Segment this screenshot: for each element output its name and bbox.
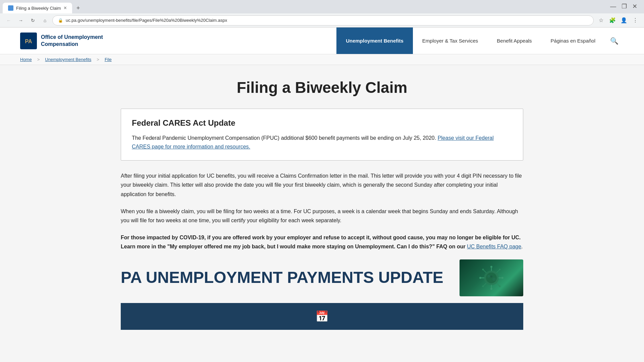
site-wrapper: PA Office of Unemployment Compensation U… bbox=[0, 27, 644, 362]
bottom-dark-banner: 📅 bbox=[121, 303, 523, 330]
svg-point-11 bbox=[501, 277, 503, 279]
payments-update-banner: PA UNEMPLOYMENT PAYMENTS UPDATE bbox=[121, 259, 523, 296]
svg-point-20 bbox=[487, 275, 490, 278]
svg-point-19 bbox=[499, 285, 501, 287]
nav-employer-tax[interactable]: Employer & Tax Services bbox=[413, 27, 487, 54]
main-navigation: Unemployment Benefits Employer & Tax Ser… bbox=[121, 27, 624, 54]
tab-close-button[interactable]: × bbox=[64, 5, 67, 11]
svg-point-9 bbox=[479, 277, 481, 279]
notice-text-content: The Federal Pandemic Unemployment Compen… bbox=[132, 135, 438, 141]
org-name-text: Office of Unemployment Compensation bbox=[41, 34, 103, 48]
page-title: Filing a Biweekly Claim bbox=[121, 78, 523, 97]
paragraph-2: When you file a biweekly claim, you will… bbox=[121, 207, 523, 225]
nav-espanol[interactable]: Páginas en Español bbox=[541, 27, 605, 54]
address-bar[interactable]: 🔒 uc.pa.gov/unemployment-benefits/file/P… bbox=[52, 15, 594, 25]
svg-point-13 bbox=[482, 268, 484, 270]
svg-line-14 bbox=[497, 270, 499, 273]
menu-button[interactable]: ⋮ bbox=[631, 16, 640, 25]
paragraph-1: After filing your initial application fo… bbox=[121, 171, 523, 199]
pa-logo-icon: PA bbox=[20, 33, 37, 49]
back-button[interactable]: ← bbox=[4, 16, 13, 25]
search-button[interactable]: 🔍 bbox=[605, 27, 624, 54]
browser-action-buttons: ☆ 🧩 👤 ⋮ bbox=[596, 16, 640, 25]
lock-icon: 🔒 bbox=[58, 18, 63, 23]
nav-benefit-appeals[interactable]: Benefit Appeals bbox=[487, 27, 541, 54]
profile-button[interactable]: 👤 bbox=[619, 16, 629, 25]
close-button[interactable]: ✕ bbox=[632, 3, 637, 10]
breadcrumb-sep-2: > bbox=[97, 57, 99, 62]
breadcrumb-bar: Home > Unemployment Benefits > File bbox=[0, 54, 644, 65]
svg-line-18 bbox=[497, 283, 499, 286]
bookmark-button[interactable]: ☆ bbox=[596, 16, 606, 25]
refresh-button[interactable]: ↻ bbox=[28, 16, 38, 25]
svg-point-17 bbox=[482, 285, 484, 287]
calendar-icon: 📅 bbox=[315, 310, 329, 323]
uc-faq-link[interactable]: UC Benefits FAQ page bbox=[467, 244, 521, 249]
extensions-button[interactable]: 🧩 bbox=[608, 16, 617, 25]
notice-title: Federal CARES Act Update bbox=[132, 118, 512, 128]
site-header: PA Office of Unemployment Compensation U… bbox=[0, 27, 644, 54]
browser-tab-bar: Filing a Biweekly Claim × + — ❐ ✕ bbox=[0, 0, 644, 13]
breadcrumb-home[interactable]: Home bbox=[20, 57, 32, 62]
svg-point-3 bbox=[486, 273, 497, 283]
maximize-button[interactable]: ❐ bbox=[622, 3, 627, 10]
tab-title: Filing a Biweekly Claim bbox=[16, 6, 61, 11]
svg-line-12 bbox=[483, 270, 486, 273]
breadcrumb-sep-1: > bbox=[37, 57, 40, 62]
minimize-button[interactable]: — bbox=[610, 3, 616, 10]
tab-favicon bbox=[8, 5, 13, 11]
para3-text-after: . bbox=[521, 244, 523, 249]
virus-image bbox=[460, 259, 523, 296]
forward-button[interactable]: → bbox=[16, 16, 25, 25]
banner-text: PA UNEMPLOYMENT PAYMENTS UPDATE bbox=[121, 269, 460, 287]
cares-act-notice: Federal CARES Act Update The Federal Pan… bbox=[121, 109, 523, 161]
main-content: Filing a Biweekly Claim Federal CARES Ac… bbox=[0, 65, 644, 362]
breadcrumb-uc-benefits[interactable]: Unemployment Benefits bbox=[45, 57, 91, 62]
virus-illustration bbox=[471, 264, 512, 291]
svg-point-22 bbox=[490, 276, 492, 278]
svg-text:PA: PA bbox=[25, 38, 32, 44]
svg-line-16 bbox=[483, 283, 486, 286]
new-tab-button[interactable]: + bbox=[73, 3, 83, 13]
svg-point-15 bbox=[499, 268, 501, 270]
svg-point-7 bbox=[490, 288, 492, 290]
svg-point-5 bbox=[490, 266, 492, 268]
active-tab[interactable]: Filing a Biweekly Claim × bbox=[3, 3, 72, 13]
home-button[interactable]: ⌂ bbox=[40, 16, 50, 25]
paragraph-3: For those impacted by COVID-19, if you a… bbox=[121, 233, 523, 251]
nav-unemployment-benefits[interactable]: Unemployment Benefits bbox=[336, 27, 413, 54]
browser-controls: ← → ↻ ⌂ 🔒 uc.pa.gov/unemployment-benefit… bbox=[0, 13, 644, 27]
svg-point-21 bbox=[492, 278, 496, 281]
logo-area: PA Office of Unemployment Compensation bbox=[20, 33, 121, 49]
breadcrumb-file[interactable]: File bbox=[105, 57, 112, 62]
para3-text-before: For those impacted by COVID-19, if you a… bbox=[121, 235, 521, 249]
url-text: uc.pa.gov/unemployment-benefits/file/Pag… bbox=[66, 18, 227, 23]
notice-body: The Federal Pandemic Unemployment Compen… bbox=[132, 134, 512, 151]
